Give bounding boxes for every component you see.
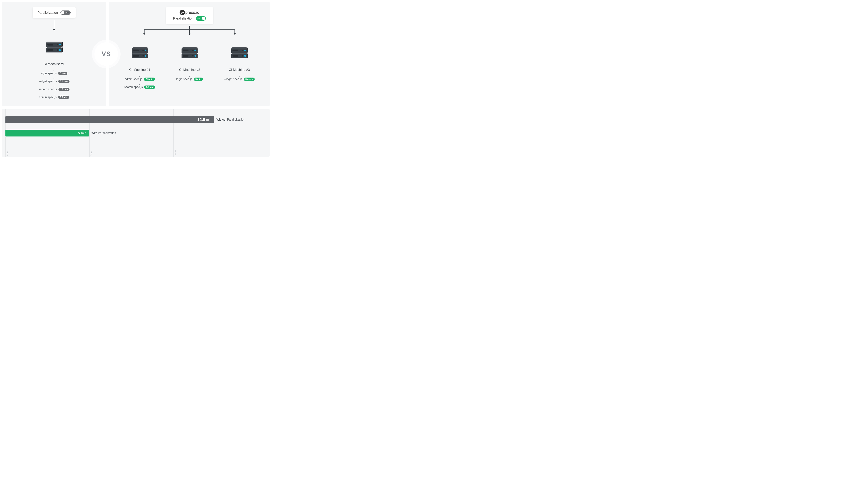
spec-name: login.spec.js	[176, 77, 192, 81]
svg-marker-13	[188, 33, 191, 35]
ci-machine: CI Machine #1 login.spec.js5 minwidget.s…	[38, 34, 70, 99]
chart-bar: 5min	[5, 130, 89, 137]
server-icon	[46, 34, 63, 61]
branch-arrow-icon	[132, 26, 247, 37]
comparison-row: Parallelization OFF CI Machine #1 login.…	[2, 2, 270, 106]
spec-item: widget.spec.js3.4 min	[39, 80, 69, 83]
server-icon	[231, 40, 248, 67]
cypress-logo: cy press.io	[179, 10, 199, 15]
parallelization-off-card: Parallelization OFF	[33, 7, 76, 18]
server-icon	[131, 40, 148, 67]
bar-unit: min	[81, 131, 86, 135]
spec-item: admin.spec.js2.5 min	[39, 96, 69, 99]
spec-time-badge: 2.5 min	[144, 77, 155, 81]
panel-with-parallelization: cy press.io Parallelization ON	[109, 2, 270, 106]
machine-label: CI Machine #1	[129, 68, 150, 72]
machine-label: CI Machine #3	[229, 68, 250, 72]
spec-item: search.spec.js1.6 min	[38, 88, 70, 91]
timing-chart: 0 min5 min10 min 12.5minWithout Parallel…	[2, 109, 270, 157]
spec-name: admin.spec.js	[124, 77, 142, 81]
bar-unit: min	[206, 118, 211, 122]
spec-item: login.spec.js5 min	[41, 72, 67, 75]
spec-name: widget.spec.js	[224, 77, 242, 81]
chart-bar-row: 5minWith Parallelization	[5, 130, 266, 137]
machine-label: CI Machine #2	[179, 68, 200, 72]
spec-time-badge: 2.5 min	[58, 96, 69, 99]
ci-machine: CI Machine #1admin.spec.js2.5 minsearch.…	[124, 40, 155, 89]
bar-value: 5	[78, 131, 80, 136]
machine-label: CI Machine #1	[44, 62, 65, 66]
ci-machine: CI Machine #2login.spec.js5 min	[176, 40, 203, 89]
panel-without-parallelization: Parallelization OFF CI Machine #1 login.…	[2, 2, 106, 106]
spec-item: admin.spec.js2.5 min	[124, 77, 155, 81]
spec-time-badge: 5 min	[58, 72, 67, 75]
spec-time-badge: 3.4 min	[244, 77, 255, 81]
bar-series-label: With Parallelization	[91, 131, 116, 135]
spec-time-badge: 1.6 min	[58, 88, 69, 91]
spec-name: login.spec.js	[41, 72, 57, 75]
spec-time-badge: 5 min	[194, 77, 203, 81]
bar-series-label: Without Parallelization	[217, 118, 245, 121]
spec-name: search.spec.js	[124, 86, 143, 89]
svg-marker-12	[143, 33, 145, 35]
svg-marker-14	[234, 33, 236, 35]
parallelization-label: Parallelization	[38, 11, 58, 15]
chart-bar-row: 12.5minWithout Parallelization	[5, 116, 266, 123]
ci-machine: CI Machine #3widget.spec.js3.4 min	[224, 40, 255, 89]
parallelization-toggle-off[interactable]: OFF	[61, 11, 71, 15]
chart-bar: 12.5min	[5, 116, 214, 123]
vs-badge: VS	[95, 42, 118, 66]
spec-name: widget.spec.js	[39, 80, 57, 83]
spec-time-badge: 1.6 min	[144, 86, 155, 89]
spec-item: login.spec.js5 min	[176, 77, 203, 81]
spec-name: search.spec.js	[38, 88, 57, 91]
spec-item: search.spec.js1.6 min	[124, 86, 155, 89]
parallelization-toggle-on[interactable]: ON	[196, 16, 206, 21]
parallelization-on-card: cy press.io Parallelization ON	[166, 7, 213, 24]
spec-name: admin.spec.js	[39, 96, 57, 99]
arrow-down-icon	[54, 20, 54, 31]
spec-item: widget.spec.js3.4 min	[224, 77, 255, 81]
bar-value: 12.5	[197, 117, 205, 122]
server-icon	[181, 40, 198, 67]
parallelization-label: Parallelization	[173, 17, 193, 20]
spec-time-badge: 3.4 min	[58, 80, 69, 83]
dashed-arrow-icon	[189, 74, 190, 77]
